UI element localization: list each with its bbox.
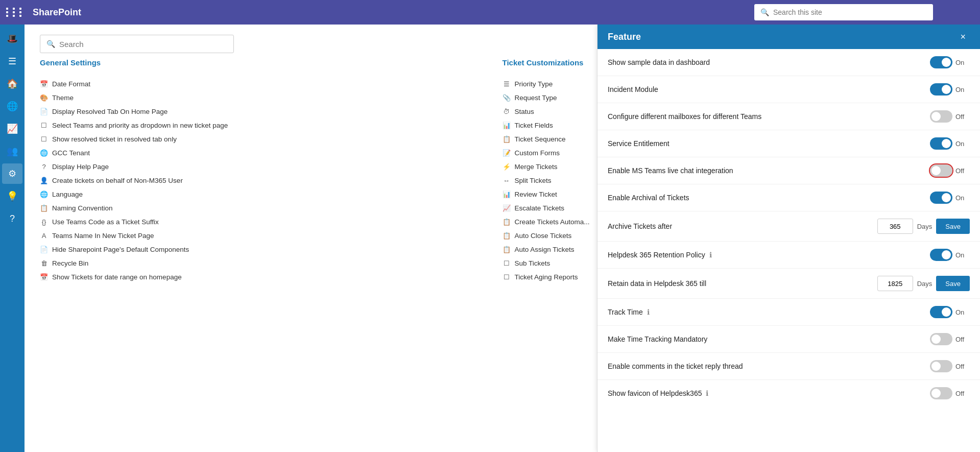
item-icon: ⚡ — [503, 163, 511, 171]
item-icon: 📋 — [503, 218, 511, 226]
toggle-state-label-enable-archival: On — [955, 194, 970, 202]
globe-icon[interactable]: 🌐 — [2, 96, 22, 116]
topbar: SharePoint 🔍 — [0, 0, 980, 25]
topbar-search-icon: 🔍 — [760, 8, 769, 16]
toggle-track-time[interactable] — [930, 306, 952, 318]
help-icon[interactable]: ? — [2, 208, 22, 229]
panel-close-button[interactable]: × — [956, 30, 970, 44]
general-settings-item[interactable]: 🎨Theme — [40, 91, 492, 105]
menu-icon[interactable]: ☰ — [2, 51, 22, 72]
general-settings-item[interactable]: 🌐GCC Tenant — [40, 146, 492, 160]
feature-right-show-favicon: Off — [930, 387, 970, 399]
feature-label-service-entitlement: Service Entitlement — [608, 139, 670, 148]
unit-label-retain-data: Days — [917, 280, 933, 288]
toggle-ms-teams-live-chat[interactable] — [930, 164, 952, 177]
general-settings-item[interactable]: 👤Create tickets on behalf of Non-M365 Us… — [40, 174, 492, 187]
general-settings-item[interactable]: {}Use Teams Code as a Ticket Suffix — [40, 215, 492, 229]
item-icon: 🎨 — [40, 94, 48, 102]
feature-row-show-favicon: Show favicon of Helpdesk365ℹOff — [597, 380, 980, 407]
panel-content: Show sample data in dashboardOnIncident … — [597, 49, 980, 452]
general-settings-item[interactable]: 📄Display Resolved Tab On Home Page — [40, 105, 492, 118]
general-settings-title: General Settings — [40, 58, 492, 69]
toggle-state-label-incident-module: On — [955, 86, 970, 93]
main-layout: 🎩☰🏠🌐📈👥⚙💡? 🔍 General Settings 📅Date Forma… — [0, 25, 980, 452]
home-icon[interactable]: 🏠 — [2, 74, 22, 94]
content-search-input[interactable] — [59, 40, 227, 49]
feature-row-service-entitlement: Service EntitlementOn — [597, 130, 980, 157]
info-icon[interactable]: ℹ — [647, 308, 650, 316]
item-label: Review Ticket — [515, 191, 557, 198]
toggle-slider-ms-teams-live-chat — [930, 164, 952, 177]
toggle-retention-policy[interactable] — [930, 249, 952, 261]
item-label: Status — [515, 108, 534, 115]
feature-right-enable-comments: Off — [930, 360, 970, 372]
item-label: Split Tickets — [515, 177, 552, 184]
general-settings-item[interactable]: 📄Hide Sharepoint Page's Default Componen… — [40, 243, 492, 256]
item-icon: 🌐 — [40, 191, 48, 198]
toggle-wrapper-incident-module: On — [930, 83, 970, 96]
sidebar-icons: 🎩☰🏠🌐📈👥⚙💡? — [0, 25, 25, 452]
topbar-search-input[interactable] — [773, 8, 927, 16]
toggle-slider-show-sample-data — [930, 56, 952, 68]
item-icon: 📋 — [40, 204, 48, 212]
input-field-archive-tickets-after[interactable] — [877, 219, 913, 234]
item-label: Custom Forms — [515, 149, 560, 157]
panel-title: Feature — [608, 32, 641, 42]
info-icon[interactable]: ℹ — [706, 389, 708, 397]
toggle-show-favicon[interactable] — [930, 387, 952, 399]
feature-label-archive-tickets-after: Archive Tickets after — [608, 222, 672, 230]
feature-label-retention-policy: Helpdesk 365 Retention Policyℹ — [608, 251, 712, 259]
hat-icon[interactable]: 🎩 — [2, 29, 22, 49]
item-icon: ⏱ — [503, 108, 511, 115]
general-settings-item[interactable]: 🗑Recycle Bin — [40, 256, 492, 270]
content-area: 🔍 General Settings 📅Date Format🎨Theme📄Di… — [25, 25, 980, 452]
toggle-enable-comments[interactable] — [930, 360, 952, 372]
item-label: Recycle Bin — [52, 259, 88, 267]
feature-label-configure-mailboxes: Configure different mailboxes for differ… — [608, 112, 761, 121]
toggle-service-entitlement[interactable] — [930, 137, 952, 150]
item-icon: 📈 — [503, 204, 511, 212]
general-settings-item[interactable]: ?Display Help Page — [40, 160, 492, 174]
input-field-retain-data[interactable] — [877, 276, 913, 291]
feature-label-enable-archival: Enable Archival of Tickets — [608, 194, 689, 202]
toggle-enable-archival[interactable] — [930, 192, 952, 204]
toggle-configure-mailboxes[interactable] — [930, 110, 952, 123]
people-icon[interactable]: 👥 — [2, 141, 22, 161]
feature-label-incident-module: Incident Module — [608, 85, 658, 93]
toggle-show-sample-data[interactable] — [930, 56, 952, 68]
toggle-state-label-ms-teams-live-chat: Off — [955, 167, 970, 175]
toggle-slider-track-time — [930, 306, 952, 318]
feature-row-show-sample-data: Show sample data in dashboardOn — [597, 49, 980, 76]
bulb-icon[interactable]: 💡 — [2, 186, 22, 206]
general-settings-item[interactable]: 📅Date Format — [40, 77, 492, 91]
feature-right-configure-mailboxes: Off — [930, 110, 970, 123]
general-settings-item[interactable]: ☐Show resolved ticket in resolved tab on… — [40, 132, 492, 146]
general-settings-item[interactable]: ☐Select Teams and priority as dropdown i… — [40, 118, 492, 132]
panel-header: Feature × — [597, 25, 980, 49]
general-settings-item[interactable]: 📋Naming Convention — [40, 201, 492, 215]
toggle-incident-module[interactable] — [930, 83, 952, 96]
feature-right-retain-data: DaysSave — [877, 276, 970, 291]
general-settings-item[interactable]: 📅Show Tickets for date range on homepage — [40, 270, 492, 284]
toggle-time-tracking-mandatory[interactable] — [930, 333, 952, 345]
save-button-archive-tickets-after[interactable]: Save — [936, 219, 970, 234]
feature-label-track-time: Track Timeℹ — [608, 308, 650, 316]
apps-grid-icon[interactable] — [6, 8, 25, 17]
item-label: Merge Tickets — [515, 163, 558, 171]
settings-icon[interactable]: ⚙ — [2, 163, 22, 184]
toggle-state-label-track-time: On — [955, 308, 970, 316]
content-search-icon: 🔍 — [46, 40, 55, 48]
info-icon[interactable]: ℹ — [709, 251, 712, 259]
sharepoint-logo: SharePoint — [33, 7, 81, 18]
feature-row-retain-data: Retain data in Helpdesk 365 tillDaysSave — [597, 269, 980, 299]
general-settings-item[interactable]: 🌐Language — [40, 187, 492, 201]
toggle-wrapper-show-sample-data: On — [930, 56, 970, 68]
feature-label-time-tracking-mandatory: Make Time Tracking Mandatory — [608, 335, 707, 343]
toggle-wrapper-time-tracking-mandatory: Off — [930, 333, 970, 345]
item-label: Priority Type — [515, 80, 553, 88]
chart-icon[interactable]: 📈 — [2, 118, 22, 139]
save-button-retain-data[interactable]: Save — [936, 276, 970, 291]
toggle-wrapper-retention-policy: On — [930, 249, 970, 261]
general-settings-item[interactable]: ATeams Name In New Ticket Page — [40, 229, 492, 243]
toggle-state-label-retention-policy: On — [955, 251, 970, 259]
